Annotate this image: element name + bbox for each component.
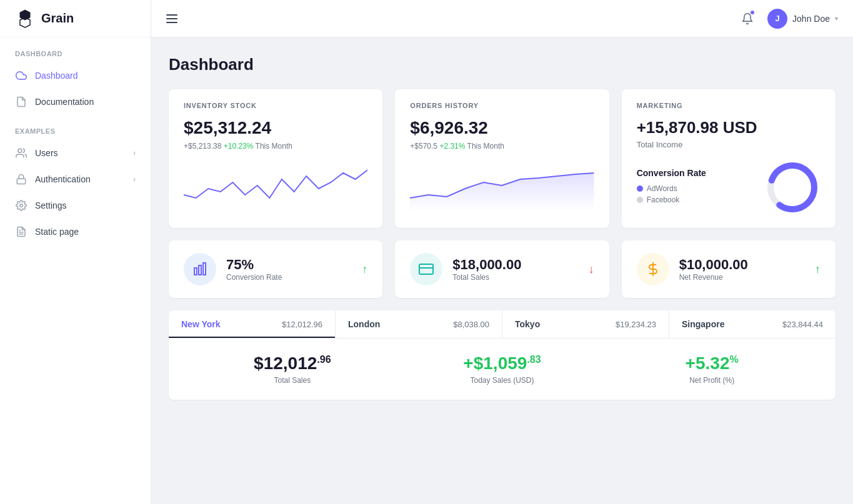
facebook-label: Facebook [647,195,680,204]
avatar: J [767,9,787,29]
marketing-sub: Total Income [637,140,821,149]
stat-revenue-label: Net Revenue [679,273,805,282]
svg-rect-10 [419,264,433,274]
notification-dot [750,10,755,15]
revenue-arrow-up-icon: ↑ [815,263,821,276]
inventory-card: INVENTORY STOCK $25,312.24 +$5,213.38 +1… [169,89,382,228]
city-total-sales-main: $12,012 [254,353,317,373]
sidebar-authentication-label: Authentication [35,174,133,184]
adwords-label: AdWords [647,184,677,193]
hamburger-menu[interactable] [166,14,177,23]
cards-row-1: INVENTORY STOCK $25,312.24 +$5,213.38 +1… [169,89,836,228]
marketing-value: +15,870.98 USD [637,118,821,137]
stat-total-sales: $18,000.00 Total Sales ↓ [395,240,609,298]
user-name: John Doe [792,14,830,24]
legend-facebook: Facebook [637,195,706,204]
city-tab-singapore[interactable]: Singapore $23,844.44 [669,310,836,338]
sidebar-section-examples: Examples [0,115,151,140]
sidebar-item-dashboard[interactable]: Dashboard [0,62,151,89]
header-left [166,14,177,23]
city-today-sales-main: +$1,059 [463,353,527,373]
facebook-dot [637,197,643,203]
city-net-profit-sup: % [729,354,738,365]
city-tab-tokyo[interactable]: Tokyo $19,234.23 [502,310,669,338]
stat-conversion-value: 75% [226,257,352,273]
sidebar-item-users[interactable]: Users › [0,140,151,166]
svg-point-2 [20,204,23,207]
stat-sales-icon-bg [410,253,442,285]
city-tab-singapore-value: $23,844.44 [782,320,823,329]
sidebar-dashboard-label: Dashboard [35,71,136,81]
city-tab-london-name: London [348,319,380,329]
sales-arrow-down-icon: ↓ [589,263,594,276]
sidebar-item-authentication[interactable]: Authentication › [0,166,151,192]
inventory-chart [184,161,367,210]
city-total-sales-sup: .96 [317,354,331,365]
stat-sales-label: Total Sales [452,273,578,282]
bar-chart-icon [192,262,207,277]
city-stat-net-profit: +5.32% Net Profit (%) [613,353,811,385]
inventory-sub-percent: +10.23% [224,142,254,151]
user-menu[interactable]: J John Doe ▾ [767,9,838,29]
sidebar-settings-label: Settings [35,200,136,210]
stat-sales-info: $18,000.00 Total Sales [452,257,578,282]
sidebar-item-static-page[interactable]: Static page [0,219,151,245]
hamburger-line2 [166,18,177,19]
svg-rect-8 [199,265,201,275]
city-net-profit-main: +5.32 [686,353,730,373]
city-today-sales-sup: .83 [527,354,541,365]
city-tab-new-york[interactable]: New York $12,012.96 [169,310,336,338]
donut-chart [764,159,821,215]
sidebar-item-documentation[interactable]: Documentation [0,89,151,115]
city-tab-london-value: $8,038.00 [453,320,489,329]
dollar-icon [646,262,661,277]
svg-rect-9 [203,263,206,275]
cloud-icon [15,69,27,82]
auth-arrow-icon: › [133,175,136,184]
sidebar-users-label: Users [35,148,133,158]
stat-revenue-icon-bg [637,253,669,285]
city-tab-london[interactable]: London $8,038.00 [336,310,502,338]
orders-label: ORDERS HISTORY [410,102,594,109]
sidebar-documentation-label: Documentation [35,97,136,107]
city-tabs: New York $12,012.96 London $8,038.00 Tok… [169,310,836,338]
city-today-sales-value: +$1,059.83 [404,353,601,373]
stat-conversion: 75% Conversion Rate ↑ [169,240,382,298]
header-right: J John Doe ▾ [737,9,838,29]
svg-rect-1 [17,179,26,184]
city-stat-today-sales: +$1,059.83 Today Sales (USD) [404,353,601,385]
stat-sales-value: $18,000.00 [452,257,578,273]
stat-revenue-info: $10,000.00 Net Revenue [679,257,805,282]
page-icon [15,225,27,238]
content-area: Dashboard INVENTORY STOCK $25,312.24 +$5… [151,37,853,504]
stat-conversion-label: Conversion Rate [226,273,352,282]
orders-card: ORDERS HISTORY $6,926.32 +$570.5 +2.31% … [395,89,609,228]
legend-adwords: AdWords [637,184,706,193]
city-tab-new-york-name: New York [181,319,221,329]
notification-button[interactable] [737,9,757,29]
city-tab-singapore-name: Singapore [682,319,724,329]
doc-icon [15,96,27,108]
inventory-sub: +$5,213.38 +10.23% This Month [184,142,367,151]
sidebar-item-settings[interactable]: Settings [0,192,151,219]
logo-text: Grain [41,11,74,26]
conversion-arrow-up-icon: ↑ [362,263,367,276]
city-tab-tokyo-value: $19,234.23 [616,320,656,329]
city-net-profit-value: +5.32% [613,353,811,373]
orders-value: $6,926.32 [410,118,594,138]
sidebar-static-page-label: Static page [35,227,136,237]
sidebar-logo: Grain [0,0,151,37]
stats-row: 75% Conversion Rate ↑ $18,000.00 Total S… [169,240,836,298]
conversion-rate-title: Conversion Rate [637,168,706,178]
marketing-label: MARKETING [637,102,821,109]
orders-sub-percent: +2.31% [439,142,465,151]
marketing-card: MARKETING +15,870.98 USD Total Income Co… [622,89,836,228]
city-section: New York $12,012.96 London $8,038.00 Tok… [169,310,836,400]
lock-icon [15,173,27,185]
card-icon [419,262,434,277]
inventory-sub-amount: +$5,213.38 [184,142,221,151]
city-stats: $12,012.96 Total Sales +$1,059.83 Today … [169,338,836,400]
grain-logo-icon [15,9,35,29]
hamburger-line3 [166,22,177,23]
header: J John Doe ▾ [151,0,853,37]
